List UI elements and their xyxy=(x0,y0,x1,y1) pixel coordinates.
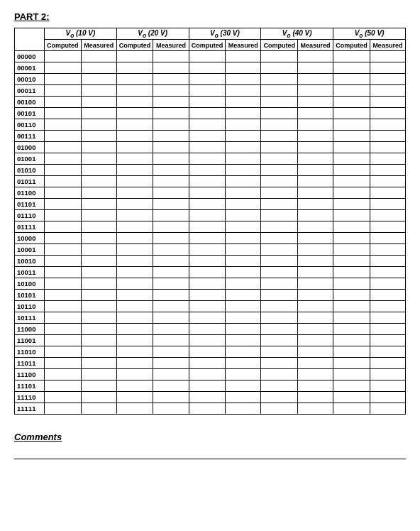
table-row xyxy=(298,176,333,187)
table-row xyxy=(298,233,333,244)
table-row xyxy=(226,267,261,278)
table-row xyxy=(45,62,82,74)
table-row xyxy=(226,199,261,210)
table-row xyxy=(189,221,226,233)
table-row xyxy=(261,199,298,210)
table-row xyxy=(333,278,370,290)
table-row xyxy=(116,142,153,153)
table-row xyxy=(298,221,333,233)
data-table: Vo (10 V) Vo (20 V) Vo (30 V) Vo (40 V) … xyxy=(14,28,406,415)
table-row xyxy=(81,335,116,346)
table-row xyxy=(81,51,116,62)
table-row xyxy=(153,369,189,381)
table-row xyxy=(333,256,370,267)
table-row xyxy=(333,346,370,358)
table-row xyxy=(45,267,82,278)
table-row xyxy=(370,301,405,312)
table-row xyxy=(298,256,333,267)
table-row xyxy=(189,62,226,74)
table-row xyxy=(333,290,370,301)
row-label-00011: 00011 xyxy=(15,85,45,97)
table-row xyxy=(153,108,189,119)
row-label-11111: 11111 xyxy=(15,403,45,415)
table-row xyxy=(333,131,370,142)
table-row xyxy=(116,97,153,108)
table-row xyxy=(189,153,226,165)
table-row xyxy=(189,324,226,335)
table-row xyxy=(261,301,298,312)
sub-measured-30v: Measured xyxy=(226,40,261,51)
table-row xyxy=(45,324,82,335)
row-label-11001: 11001 xyxy=(15,335,45,346)
table-row xyxy=(333,97,370,108)
table-row xyxy=(153,187,189,199)
table-row xyxy=(45,221,82,233)
table-row xyxy=(153,62,189,74)
table-row xyxy=(333,210,370,221)
table-row xyxy=(333,403,370,415)
table-row xyxy=(81,176,116,187)
table-row xyxy=(298,210,333,221)
table-row xyxy=(261,108,298,119)
comments-line-1[interactable] xyxy=(14,447,406,459)
table-row xyxy=(333,312,370,324)
table-row xyxy=(298,369,333,381)
table-row xyxy=(81,358,116,369)
table-row xyxy=(81,381,116,392)
table-row xyxy=(116,233,153,244)
table-row xyxy=(226,221,261,233)
table-row xyxy=(370,346,405,358)
table-row xyxy=(189,369,226,381)
table-row xyxy=(81,142,116,153)
table-row xyxy=(370,221,405,233)
table-row xyxy=(153,199,189,210)
table-row xyxy=(226,119,261,131)
table-row xyxy=(81,97,116,108)
table-row xyxy=(45,312,82,324)
table-row xyxy=(298,153,333,165)
table-row xyxy=(298,97,333,108)
table-row xyxy=(81,278,116,290)
row-label-00110: 00110 xyxy=(15,119,45,131)
table-row xyxy=(298,381,333,392)
table-row xyxy=(333,119,370,131)
table-row xyxy=(370,97,405,108)
table-row xyxy=(261,233,298,244)
row-label-01111: 01111 xyxy=(15,221,45,233)
table-row xyxy=(333,62,370,74)
table-row xyxy=(298,244,333,256)
table-row xyxy=(370,267,405,278)
table-row xyxy=(226,403,261,415)
table-row xyxy=(370,358,405,369)
row-label-01100: 01100 xyxy=(15,187,45,199)
col-group-30v: Vo (30 V) xyxy=(189,28,261,40)
table-row xyxy=(370,176,405,187)
table-row xyxy=(298,199,333,210)
sub-measured-10v: Measured xyxy=(81,40,116,51)
table-row xyxy=(261,62,298,74)
table-row xyxy=(333,335,370,346)
table-row xyxy=(81,369,116,381)
table-row xyxy=(81,199,116,210)
table-row xyxy=(116,267,153,278)
table-row xyxy=(298,403,333,415)
table-row xyxy=(298,358,333,369)
table-row xyxy=(81,62,116,74)
table-row xyxy=(370,131,405,142)
table-row xyxy=(298,335,333,346)
table-row xyxy=(226,301,261,312)
table-row xyxy=(333,381,370,392)
table-row xyxy=(298,324,333,335)
table-row xyxy=(333,358,370,369)
sub-measured-50v: Measured xyxy=(370,40,405,51)
table-row xyxy=(45,358,82,369)
table-row xyxy=(116,187,153,199)
table-row xyxy=(370,74,405,85)
sub-computed-20v: Computed xyxy=(116,40,153,51)
row-label-01110: 01110 xyxy=(15,210,45,221)
table-row xyxy=(370,165,405,176)
table-row xyxy=(370,142,405,153)
table-row xyxy=(45,256,82,267)
table-row xyxy=(370,369,405,381)
table-row xyxy=(189,290,226,301)
